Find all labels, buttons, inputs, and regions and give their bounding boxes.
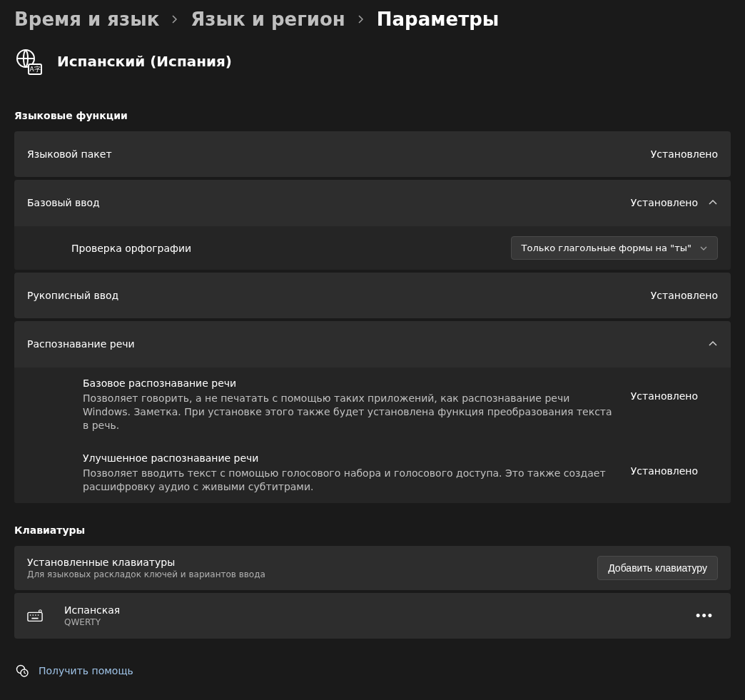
breadcrumb-options: Параметры xyxy=(377,9,500,30)
speech-label: Распознавание речи xyxy=(27,338,135,350)
globe-language-icon: A字 xyxy=(14,47,43,76)
card-handwriting[interactable]: Рукописный ввод Установлено xyxy=(14,273,731,318)
svg-point-4 xyxy=(30,615,31,617)
svg-point-9 xyxy=(39,610,42,613)
handwriting-status: Установлено xyxy=(651,290,718,301)
enhanced-speech-row: Улучшенное распознавание речи Позволяет … xyxy=(14,442,731,504)
section-language-features: Языковые функции Языковой пакет Установл… xyxy=(14,110,731,503)
basic-typing-status: Установлено xyxy=(631,197,698,208)
card-keyboard-item: Испанская QWERTY ••• xyxy=(14,593,731,639)
handwriting-label: Рукописный ввод xyxy=(27,290,118,301)
basic-speech-row: Базовое распознавание речи Позволяет гов… xyxy=(14,367,731,442)
language-pack-status: Установлено xyxy=(651,148,718,160)
enhanced-speech-status: Установлено xyxy=(631,452,698,477)
add-keyboard-button[interactable]: Добавить клавиатуру xyxy=(597,556,718,580)
help-icon xyxy=(16,664,29,677)
chevron-right-icon xyxy=(357,15,365,24)
basic-typing-label: Базовый ввод xyxy=(27,197,100,208)
section-title-features: Языковые функции xyxy=(14,110,731,121)
keyboard-more-button[interactable]: ••• xyxy=(691,606,718,627)
breadcrumb-time-language[interactable]: Время и язык xyxy=(14,9,159,30)
chevron-down-icon xyxy=(700,245,707,252)
basic-speech-status: Установлено xyxy=(631,377,698,402)
section-title-keyboards: Клавиатуры xyxy=(14,524,731,536)
language-pack-label: Языковой пакет xyxy=(27,148,112,160)
language-title: Испанский (Испания) xyxy=(57,53,232,70)
keyboard-icon xyxy=(27,609,43,622)
svg-point-5 xyxy=(32,615,34,617)
card-language-pack[interactable]: Языковой пакет Установлено xyxy=(14,131,731,177)
svg-point-7 xyxy=(38,615,39,617)
get-help-label: Получить помощь xyxy=(39,665,133,676)
chevron-up-icon xyxy=(708,198,718,208)
spell-check-dropdown[interactable]: Только глагольные формы на "ты" xyxy=(511,236,718,260)
card-basic-typing: Базовый ввод Установлено Проверка орфогр… xyxy=(14,180,731,270)
section-keyboards: Клавиатуры Установленные клавиатуры Для … xyxy=(14,524,731,639)
svg-text:A字: A字 xyxy=(29,66,40,73)
basic-typing-header[interactable]: Базовый ввод Установлено xyxy=(14,180,731,225)
basic-speech-desc: Позволяет говорить, а не печатать с помо… xyxy=(83,392,617,432)
spell-check-row: Проверка орфографии Только глагольные фо… xyxy=(14,226,731,270)
basic-speech-title: Базовое распознавание речи xyxy=(83,377,617,389)
breadcrumb: Время и язык Язык и регион Параметры xyxy=(14,9,731,30)
enhanced-speech-title: Улучшенное распознавание речи xyxy=(83,452,617,464)
svg-rect-8 xyxy=(31,618,38,619)
installed-keyboards-title: Установленные клавиатуры xyxy=(27,557,265,568)
card-installed-keyboards: Установленные клавиатуры Для языковых ра… xyxy=(14,546,731,590)
get-help-link[interactable]: Получить помощь xyxy=(14,660,731,681)
chevron-up-icon xyxy=(708,339,718,349)
language-header: A字 Испанский (Испания) xyxy=(14,47,731,76)
keyboard-name: Испанская xyxy=(64,604,120,616)
chevron-right-icon xyxy=(171,15,179,24)
breadcrumb-language-region[interactable]: Язык и регион xyxy=(191,9,345,30)
keyboard-layout: QWERTY xyxy=(64,617,120,627)
installed-keyboards-sub: Для языковых раскладок ключей и варианто… xyxy=(27,569,265,579)
svg-rect-3 xyxy=(28,613,42,622)
spell-check-value: Только глагольные формы на "ты" xyxy=(522,243,691,253)
enhanced-speech-desc: Позволяет вводить текст с помощью голосо… xyxy=(83,467,617,494)
svg-point-6 xyxy=(35,615,36,617)
card-speech: Распознавание речи Базовое распознавание… xyxy=(14,321,731,503)
spell-check-label: Проверка орфографии xyxy=(71,243,191,254)
speech-header[interactable]: Распознавание речи xyxy=(14,321,731,367)
